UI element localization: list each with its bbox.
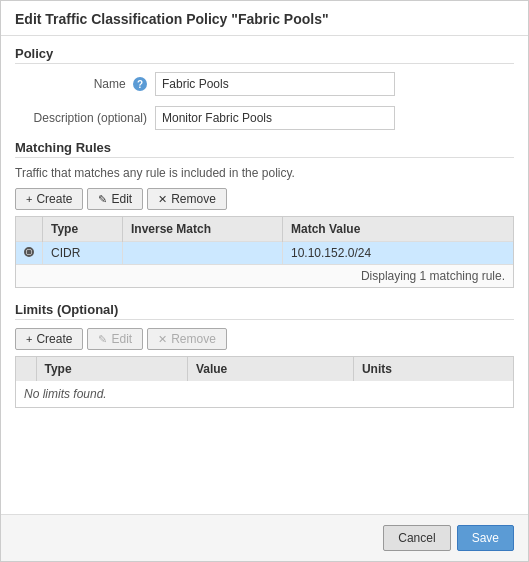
pencil-icon: ✎ — [98, 193, 107, 206]
edit-policy-dialog: Edit Traffic Classification Policy "Fabr… — [0, 0, 529, 562]
dialog-title: Edit Traffic Classification Policy "Fabr… — [1, 1, 528, 36]
row-inverse-cell — [123, 242, 283, 265]
col-type-header: Type — [43, 217, 123, 242]
description-label: Description (optional) — [15, 111, 155, 125]
col-value-header: Match Value — [283, 217, 514, 242]
table-row[interactable]: CIDR 10.10.152.0/24 — [16, 242, 513, 265]
cancel-button[interactable]: Cancel — [383, 525, 450, 551]
matching-desc: Traffic that matches any rule is include… — [15, 166, 514, 180]
name-field-group: Name ? — [15, 72, 514, 96]
row-type-cell: CIDR — [43, 242, 123, 265]
limits-no-data: No limits found. — [16, 381, 513, 407]
description-input[interactable] — [155, 106, 395, 130]
limits-section-header: Limits (Optional) — [15, 302, 514, 320]
limits-create-button[interactable]: + Create — [15, 328, 83, 350]
matching-edit-button[interactable]: ✎ Edit — [87, 188, 143, 210]
name-input[interactable] — [155, 72, 395, 96]
name-label: Name ? — [15, 77, 155, 92]
limits-col-radio-header — [16, 357, 36, 381]
limits-edit-button[interactable]: ✎ Edit — [87, 328, 143, 350]
limits-table: Type Value Units — [16, 357, 513, 381]
limits-col-units-header: Units — [353, 357, 513, 381]
dialog-footer: Cancel Save — [1, 514, 528, 561]
radio-selected-icon — [24, 247, 34, 257]
plus-icon: + — [26, 193, 32, 205]
x-icon: ✕ — [158, 193, 167, 206]
matching-remove-button[interactable]: ✕ Remove — [147, 188, 227, 210]
plus-icon: + — [26, 333, 32, 345]
table-footer: Displaying 1 matching rule. — [16, 264, 513, 287]
save-button[interactable]: Save — [457, 525, 514, 551]
matching-rules-table-container: Type Inverse Match Match Value CIDR — [15, 216, 514, 288]
limits-col-value-header: Value — [187, 357, 353, 381]
description-field-group: Description (optional) — [15, 106, 514, 130]
row-value-cell: 10.10.152.0/24 — [283, 242, 514, 265]
dialog-body: Policy Name ? Description (optional) Mat… — [1, 36, 528, 514]
x-icon: ✕ — [158, 333, 167, 346]
matching-rules-toolbar: + Create ✎ Edit ✕ Remove — [15, 188, 514, 210]
limits-section: Limits (Optional) + Create ✎ Edit ✕ Remo… — [15, 302, 514, 408]
limits-remove-button[interactable]: ✕ Remove — [147, 328, 227, 350]
matching-create-button[interactable]: + Create — [15, 188, 83, 210]
limits-toolbar: + Create ✎ Edit ✕ Remove — [15, 328, 514, 350]
matching-rules-section: Matching Rules Traffic that matches any … — [15, 140, 514, 288]
matching-rules-table: Type Inverse Match Match Value CIDR — [16, 217, 513, 264]
pencil-icon: ✎ — [98, 333, 107, 346]
limits-col-type-header: Type — [36, 357, 187, 381]
limits-table-container: Type Value Units No limits found. — [15, 356, 514, 408]
col-inverse-header: Inverse Match — [123, 217, 283, 242]
matching-rules-header: Matching Rules — [15, 140, 514, 158]
col-radio-header — [16, 217, 43, 242]
policy-section-header: Policy — [15, 46, 514, 64]
name-help-icon[interactable]: ? — [133, 77, 147, 91]
row-radio-cell — [16, 242, 43, 265]
